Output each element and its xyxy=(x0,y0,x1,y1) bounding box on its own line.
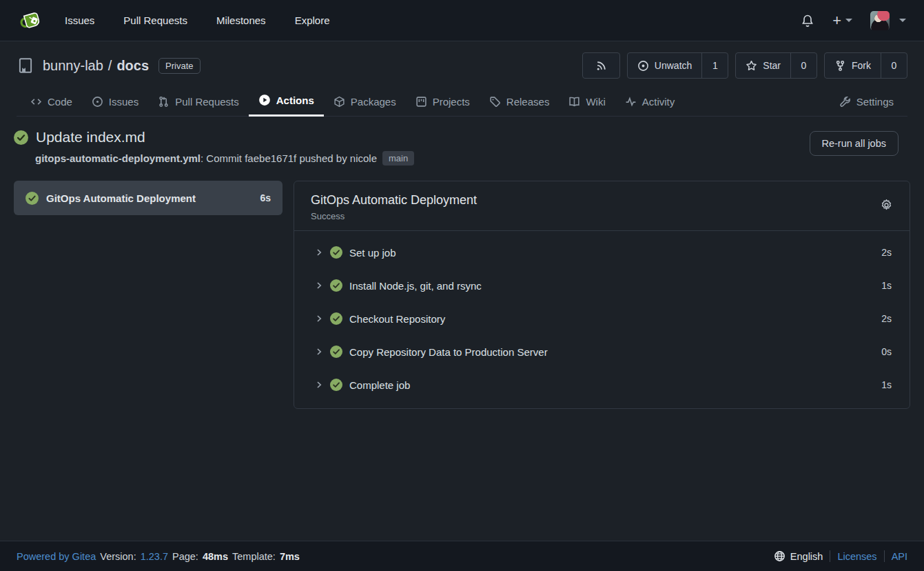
git-pull-request-icon xyxy=(158,96,170,108)
step-duration: 0s xyxy=(881,346,892,357)
step-row[interactable]: Set up job 2s xyxy=(294,236,910,269)
chevron-right-icon[interactable] xyxy=(315,314,323,323)
package-icon xyxy=(333,96,345,108)
tab-issues[interactable]: Issues xyxy=(82,89,148,116)
step-row[interactable]: Complete job 1s xyxy=(294,368,910,401)
template-time-value: 7ms xyxy=(280,551,300,562)
licenses-link[interactable]: Licenses xyxy=(837,551,876,562)
rerun-all-jobs-button[interactable]: Re-run all jobs xyxy=(810,131,899,156)
tab-wiki[interactable]: Wiki xyxy=(559,89,615,116)
page-time-label: Page: xyxy=(172,551,198,562)
version-link[interactable]: 1.23.7 xyxy=(141,551,168,562)
gitea-logo-icon[interactable] xyxy=(18,8,43,33)
main-content: Update index.md gitops-automatic-deploym… xyxy=(0,117,924,541)
nav-link-issues[interactable]: Issues xyxy=(65,14,94,26)
breadcrumb-separator: / xyxy=(108,58,112,74)
step-row[interactable]: Copy Repository Data to Production Serve… xyxy=(294,335,910,368)
star-icon xyxy=(746,60,757,72)
step-name: Complete job xyxy=(349,379,410,391)
step-name: Checkout Repository xyxy=(349,313,445,325)
job-duration: 6s xyxy=(260,192,271,203)
step-name: Copy Repository Data to Production Serve… xyxy=(349,346,548,358)
user-menu[interactable] xyxy=(870,11,906,30)
chevron-down-icon xyxy=(899,19,906,22)
tab-projects[interactable]: Projects xyxy=(406,89,480,116)
star-count[interactable]: 0 xyxy=(790,53,817,78)
step-list: Set up job 2s Install Node.js, git, and … xyxy=(294,231,910,408)
tab-releases[interactable]: Releases xyxy=(480,89,559,116)
step-success-check-icon xyxy=(330,312,342,325)
user-avatar[interactable] xyxy=(870,11,890,30)
notifications-bell-icon[interactable] xyxy=(801,14,814,28)
job-name: GitOps Automatic Deployment xyxy=(46,192,196,204)
breadcrumb: bunny-lab / docs xyxy=(43,58,149,74)
create-new-button[interactable]: + xyxy=(832,13,852,28)
repository-icon xyxy=(17,57,34,74)
run-title: Update index.md xyxy=(36,129,145,146)
watch-count[interactable]: 1 xyxy=(701,53,728,78)
job-list: GitOps Automatic Deployment 6s xyxy=(14,181,283,215)
workflow-file-name: gitops-automatic-deployment.yml xyxy=(35,152,201,164)
job-detail-title: GitOps Automatic Deployment xyxy=(311,193,893,208)
project-icon xyxy=(415,96,427,108)
run-subtitle: gitops-automatic-deployment.yml : Commit… xyxy=(35,151,910,166)
step-row[interactable]: Install Node.js, git, and rsync 1s xyxy=(294,269,910,302)
footer-divider xyxy=(884,550,885,562)
chevron-right-icon[interactable] xyxy=(315,381,323,389)
tab-packages[interactable]: Packages xyxy=(324,89,406,116)
step-name: Install Node.js, git, and rsync xyxy=(349,280,482,292)
nav-link-pull-requests[interactable]: Pull Requests xyxy=(123,14,187,26)
page-time-value: 48ms xyxy=(203,551,228,562)
tab-activity[interactable]: Activity xyxy=(615,89,685,116)
job-list-item[interactable]: GitOps Automatic Deployment 6s xyxy=(14,181,283,215)
star-label: Star xyxy=(763,60,781,71)
job-detail-panel: GitOps Automatic Deployment Success Set … xyxy=(294,181,910,409)
globe-icon xyxy=(774,550,786,562)
eye-icon xyxy=(637,60,649,72)
job-detail-header: GitOps Automatic Deployment Success xyxy=(294,181,910,231)
nav-link-explore[interactable]: Explore xyxy=(295,14,330,26)
powered-by-gitea-link[interactable]: Powered by Gitea xyxy=(17,551,96,562)
api-link[interactable]: API xyxy=(892,551,907,562)
watch-label: Unwatch xyxy=(655,60,692,71)
success-check-icon xyxy=(14,130,28,145)
top-navbar: Issues Pull Requests Milestones Explore … xyxy=(0,0,924,41)
step-row[interactable]: Checkout Repository 2s xyxy=(294,302,910,335)
issue-opened-icon xyxy=(92,96,103,108)
fork-icon xyxy=(834,60,846,72)
fork-count[interactable]: 0 xyxy=(881,53,907,78)
language-selector[interactable]: English xyxy=(774,550,823,562)
rss-button[interactable] xyxy=(582,52,620,79)
step-name: Set up job xyxy=(349,247,396,259)
fork-button[interactable]: Fork 0 xyxy=(824,52,907,79)
tab-settings[interactable]: Settings xyxy=(830,89,903,116)
branch-badge[interactable]: main xyxy=(382,151,414,166)
repo-header: bunny-lab / docs Private xyxy=(0,41,924,117)
watch-button[interactable]: Unwatch 1 xyxy=(627,52,728,79)
step-success-check-icon xyxy=(330,279,342,292)
chevron-right-icon[interactable] xyxy=(315,348,323,356)
job-success-check-icon xyxy=(25,192,39,205)
repo-name-link[interactable]: docs xyxy=(116,58,149,74)
tag-icon xyxy=(489,96,501,108)
rss-icon xyxy=(595,60,607,72)
template-time-label: Template: xyxy=(232,551,276,562)
star-button[interactable]: Star 0 xyxy=(735,52,817,79)
nav-link-milestones[interactable]: Milestones xyxy=(216,14,266,26)
step-success-check-icon xyxy=(330,246,342,259)
tab-actions[interactable]: Actions xyxy=(249,87,324,117)
language-label: English xyxy=(790,551,823,562)
play-circle-icon xyxy=(258,94,271,106)
code-icon xyxy=(30,96,42,108)
chevron-right-icon[interactable] xyxy=(315,248,323,257)
gear-icon[interactable] xyxy=(880,199,893,212)
step-duration: 2s xyxy=(881,247,892,258)
step-success-check-icon xyxy=(330,379,342,391)
tab-pull-requests[interactable]: Pull Requests xyxy=(148,89,249,116)
job-status-text: Success xyxy=(311,211,893,221)
page-footer: Powered by Gitea Version: 1.23.7 Page: 4… xyxy=(0,541,924,571)
repo-owner-link[interactable]: bunny-lab xyxy=(43,58,103,74)
tab-code[interactable]: Code xyxy=(21,89,82,116)
commit-info: : Commit faebe1671f pushed by nicole xyxy=(201,152,377,164)
chevron-right-icon[interactable] xyxy=(315,281,323,290)
